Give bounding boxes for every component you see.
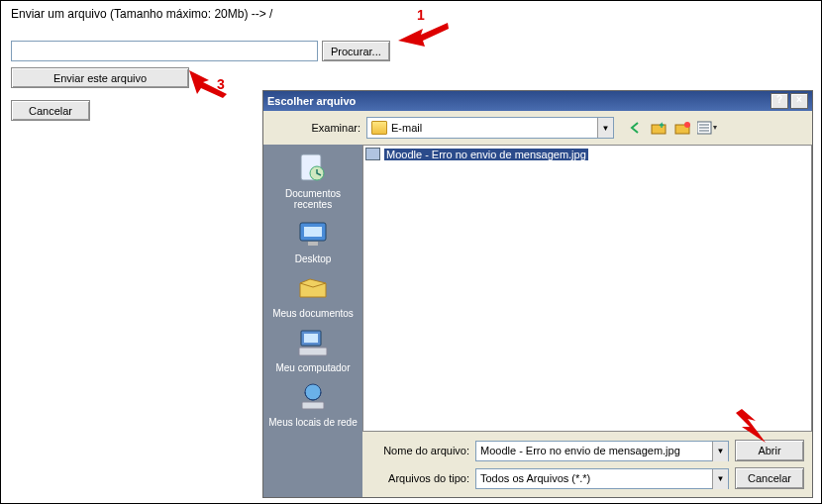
file-item[interactable]: Moodle - Erro no envio de mensagem.jpg xyxy=(363,146,811,162)
dialog-close-button[interactable]: × xyxy=(790,93,808,109)
svg-point-5 xyxy=(684,122,690,128)
places-sidebar: Documentos recentes Desktop Meus documen… xyxy=(263,145,362,497)
arrow-3-icon xyxy=(187,60,237,100)
examine-dropdown-arrow[interactable]: ▼ xyxy=(597,118,613,138)
file-chooser-dialog: Escolher arquivo ? × Examinar: E-mail ▼ xyxy=(262,90,813,498)
file-path-input[interactable] xyxy=(11,41,318,61)
page-cancel-button[interactable]: Cancelar xyxy=(11,100,90,121)
new-folder-icon[interactable] xyxy=(673,118,693,138)
file-list[interactable]: Moodle - Erro no envio de mensagem.jpg xyxy=(362,145,812,432)
sidebar-network-places[interactable]: Meus locais de rede xyxy=(268,379,358,428)
nav-back-icon[interactable] xyxy=(626,118,646,138)
sidebar-label: Documentos recentes xyxy=(285,188,341,210)
sidebar-desktop[interactable]: Desktop xyxy=(268,216,358,264)
sidebar-label: Meus documentos xyxy=(272,308,354,319)
open-button[interactable]: Abrir xyxy=(735,440,804,461)
filename-dropdown-arrow[interactable]: ▼ xyxy=(712,442,728,461)
sidebar-my-computer[interactable]: Meu computador xyxy=(268,325,358,373)
folder-icon xyxy=(371,121,387,135)
svg-rect-14 xyxy=(308,242,318,246)
dialog-cancel-button[interactable]: Cancelar xyxy=(735,467,804,489)
desktop-icon xyxy=(295,216,331,252)
dialog-titlebar: Escolher arquivo ? × xyxy=(263,91,812,111)
my-documents-icon xyxy=(295,270,331,306)
my-computer-icon xyxy=(295,325,331,360)
page-title: Enviar um arquivo (Tamanho máximo: 20Mb)… xyxy=(1,1,821,25)
sidebar-label: Desktop xyxy=(295,253,332,264)
folder-up-icon[interactable] xyxy=(650,118,669,138)
network-places-icon xyxy=(295,379,331,415)
current-folder-name: E-mail xyxy=(391,122,597,134)
filetype-input[interactable] xyxy=(476,469,712,488)
examine-label: Examinar: xyxy=(271,122,360,134)
svg-rect-19 xyxy=(302,402,324,409)
filetype-dropdown-arrow[interactable]: ▼ xyxy=(712,469,728,489)
sidebar-label: Meus locais de rede xyxy=(268,417,358,428)
annotation-1: 1 xyxy=(417,7,425,23)
filename-combo[interactable]: ▼ xyxy=(475,441,729,461)
svg-rect-16 xyxy=(304,334,318,343)
dialog-help-button[interactable]: ? xyxy=(771,93,788,109)
annotation-3: 3 xyxy=(217,76,225,92)
filetype-label: Arquivos do tipo: xyxy=(370,472,469,484)
send-file-button[interactable]: Enviar este arquivo xyxy=(11,67,189,88)
svg-rect-3 xyxy=(652,125,666,134)
sidebar-label: Meu computador xyxy=(275,362,350,373)
examine-dropdown[interactable]: E-mail ▼ xyxy=(366,117,614,139)
filetype-combo[interactable]: ▼ xyxy=(475,468,729,489)
svg-rect-13 xyxy=(304,227,322,237)
sidebar-my-documents[interactable]: Meus documentos xyxy=(268,270,358,319)
file-item-label: Moodle - Erro no envio de mensagem.jpg xyxy=(384,149,588,160)
recent-docs-icon xyxy=(295,151,331,186)
filename-label: Nome do arquivo: xyxy=(370,445,469,456)
dialog-title: Escolher arquivo xyxy=(267,95,356,107)
view-menu-icon[interactable] xyxy=(697,118,717,138)
sidebar-recent-documents[interactable]: Documentos recentes xyxy=(268,151,358,210)
filename-input[interactable] xyxy=(476,442,712,460)
browse-button[interactable]: Procurar... xyxy=(322,41,390,61)
svg-rect-17 xyxy=(299,348,327,355)
image-file-icon xyxy=(365,148,380,160)
